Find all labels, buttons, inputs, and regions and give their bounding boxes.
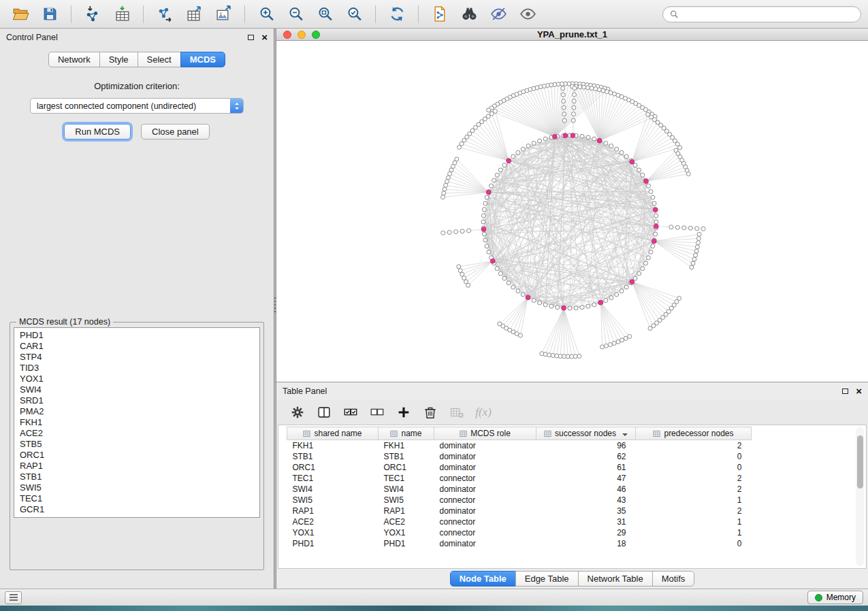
maximize-window-icon[interactable]: [312, 31, 320, 39]
export-network-icon: [157, 5, 174, 22]
column-menu-icon[interactable]: [622, 433, 628, 439]
tab-select[interactable]: Select: [138, 52, 181, 67]
deselect-all-button[interactable]: [367, 403, 387, 422]
cell-number: 31: [536, 516, 636, 527]
column-header-mcds-role[interactable]: MCDS role: [434, 427, 536, 440]
mcds-result-item[interactable]: ACE2: [14, 428, 259, 439]
binoculars-button[interactable]: [455, 3, 483, 25]
main-area: Control Panel × NetworkStyleSelectMCDS O…: [0, 29, 868, 589]
show-elements-button[interactable]: [514, 3, 541, 25]
mcds-result-item[interactable]: TID3: [14, 363, 259, 374]
save-icon: [42, 5, 59, 22]
tab-network-table[interactable]: Network Table: [578, 571, 653, 587]
float-panel-icon[interactable]: [248, 35, 254, 40]
select-all-button[interactable]: [340, 403, 361, 422]
export-network-button[interactable]: [151, 3, 178, 25]
mcds-result-item[interactable]: CAR1: [14, 341, 259, 352]
open-file-button[interactable]: [7, 3, 34, 25]
share-document-button[interactable]: [426, 3, 453, 25]
tab-node-table[interactable]: Node Table: [450, 571, 516, 587]
gear-icon: [290, 405, 305, 420]
table-scrollbar-thumb[interactable]: [857, 435, 863, 489]
node-table-body: FKH1FKH1dominator962STB1STB1dominator620…: [287, 440, 752, 549]
mcds-result-item[interactable]: SWI5: [14, 482, 259, 493]
task-history-button[interactable]: [5, 591, 22, 604]
toolbar-separator: [71, 5, 71, 23]
table-row[interactable]: STB1STB1dominator620: [287, 451, 752, 462]
tab-motifs[interactable]: Motifs: [652, 571, 695, 587]
delete-table-button[interactable]: [447, 403, 467, 422]
mcds-result-item[interactable]: FKH1: [14, 417, 259, 428]
mcds-result-item[interactable]: YOX1: [14, 374, 259, 384]
memory-button[interactable]: Memory: [807, 591, 863, 604]
search-input[interactable]: [682, 10, 854, 19]
network-titlebar: YPA_prune.txt_1: [276, 29, 868, 41]
refresh-layout-button[interactable]: [383, 3, 411, 25]
float-table-panel-icon[interactable]: [842, 389, 848, 394]
table-row[interactable]: FKH1FKH1dominator962: [287, 440, 752, 451]
table-row[interactable]: PHD1PHD1dominator180: [287, 538, 752, 549]
column-header-shared-name[interactable]: shared name: [287, 427, 379, 440]
mcds-result-item[interactable]: RAP1: [14, 461, 259, 472]
add-column-button[interactable]: [393, 403, 414, 422]
run-mcds-button[interactable]: Run MCDS: [64, 124, 131, 139]
column-header-predecessor-nodes[interactable]: predecessor nodes: [636, 427, 752, 440]
cell-text: SWI5: [379, 495, 434, 506]
export-image-button[interactable]: [210, 3, 237, 25]
table-scrollbar[interactable]: [856, 427, 864, 566]
table-row[interactable]: ORC1ORC1dominator610: [287, 462, 752, 473]
close-table-panel-icon[interactable]: ×: [856, 388, 862, 395]
zoom-selected-icon: [346, 5, 363, 22]
zoom-selected-button[interactable]: [340, 3, 368, 25]
column-header-successor-nodes[interactable]: successor nodes: [536, 427, 636, 440]
cell-text: connector: [434, 527, 536, 538]
save-button[interactable]: [36, 3, 63, 25]
cell-number: 96: [536, 440, 636, 451]
tab-network[interactable]: Network: [48, 52, 100, 67]
show-columns-button[interactable]: [314, 403, 334, 422]
cell-number: 1: [636, 495, 752, 506]
criterion-dropdown[interactable]: largest connected component (undirected): [30, 98, 244, 114]
mcds-result-item[interactable]: PHD1: [14, 330, 259, 341]
tab-mcds[interactable]: MCDS: [180, 52, 225, 67]
delete-table-icon: [449, 405, 464, 420]
table-row[interactable]: YOX1YOX1connector291: [287, 527, 752, 538]
import-network-button[interactable]: [79, 3, 106, 25]
close-panel-icon[interactable]: ×: [261, 34, 268, 41]
close-window-icon[interactable]: [283, 31, 291, 39]
cell-text: dominator: [434, 506, 536, 516]
table-row[interactable]: TEC1TEC1connector472: [287, 473, 752, 484]
zoom-in-button[interactable]: [253, 3, 280, 25]
search-field[interactable]: [662, 6, 861, 22]
tab-edge-table[interactable]: Edge Table: [515, 571, 579, 587]
mcds-result-item[interactable]: SRD1: [14, 395, 259, 406]
network-canvas[interactable]: [276, 41, 868, 382]
function-builder-button[interactable]: f(x): [473, 403, 494, 422]
import-table-button[interactable]: [108, 3, 135, 25]
delete-column-button[interactable]: [420, 403, 440, 422]
mcds-result-item[interactable]: STB5: [14, 439, 259, 450]
mcds-result-item[interactable]: GCR1: [14, 504, 259, 515]
export-table-button[interactable]: [180, 3, 208, 25]
mcds-result-item[interactable]: ORC1: [14, 450, 259, 461]
column-header-name[interactable]: name: [379, 427, 434, 440]
trash-icon: [423, 405, 438, 420]
table-row[interactable]: SWI5SWI5connector431: [287, 495, 752, 506]
table-row[interactable]: RAP1RAP1dominator352: [287, 506, 752, 516]
zoom-fit-button[interactable]: [311, 3, 338, 25]
table-settings-button[interactable]: [287, 403, 308, 422]
mcds-result-item[interactable]: PMA2: [14, 406, 259, 417]
cell-number: 62: [536, 451, 636, 462]
mcds-result-item[interactable]: STP4: [14, 352, 259, 363]
mcds-result-item[interactable]: STB1: [14, 472, 259, 482]
close-panel-button[interactable]: Close panel: [141, 124, 210, 139]
hide-elements-button[interactable]: [485, 3, 512, 25]
minimize-window-icon[interactable]: [298, 31, 306, 39]
mcds-result-item[interactable]: TEC1: [14, 493, 259, 504]
zoom-out-button[interactable]: [282, 3, 309, 25]
table-row[interactable]: SWI4SWI4dominator462: [287, 484, 752, 495]
cell-number: 18: [536, 538, 636, 549]
tab-style[interactable]: Style: [99, 52, 138, 67]
mcds-result-item[interactable]: SWI4: [14, 384, 259, 395]
table-row[interactable]: ACE2ACE2connector311: [287, 516, 752, 527]
